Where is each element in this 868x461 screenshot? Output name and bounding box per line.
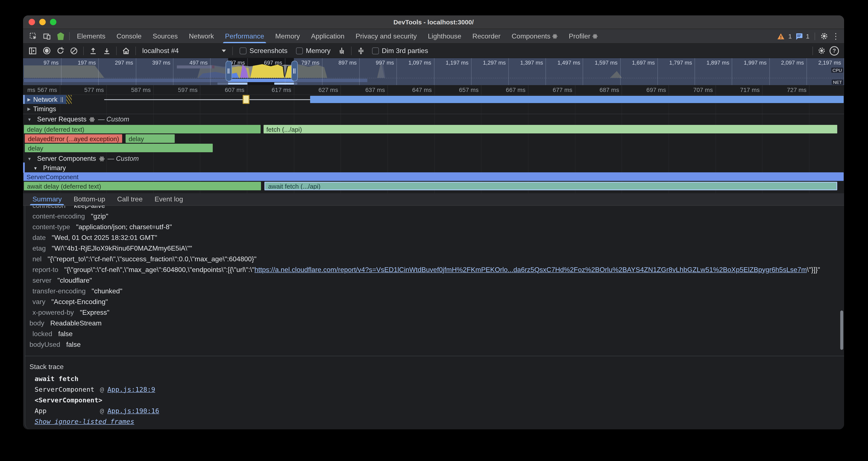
track-resize-grip[interactable] bbox=[60, 97, 63, 102]
home-icon[interactable] bbox=[120, 45, 132, 56]
ruler-tick bbox=[434, 85, 435, 94]
timeline-overview[interactable]: 97 ms197 ms297 ms397 ms497 ms597 ms697 m… bbox=[23, 58, 844, 85]
ruler-label: 727 ms bbox=[787, 86, 806, 93]
header-value: "chunked" bbox=[92, 287, 122, 295]
report-to-url-link[interactable]: https://a.nel.cloudflare.com/report/v4?s… bbox=[255, 266, 807, 273]
details-tab-event-log[interactable]: Event log bbox=[150, 193, 188, 205]
header-value: "application/json; charset=utf-8" bbox=[76, 223, 172, 231]
stack-trace-title: Stack trace bbox=[25, 356, 844, 373]
divider bbox=[232, 47, 233, 55]
overview-gridline bbox=[806, 58, 807, 85]
tab-memory[interactable]: Memory bbox=[270, 29, 306, 43]
collapse-triangle-icon[interactable]: ▼ bbox=[27, 156, 32, 161]
record-button[interactable] bbox=[40, 45, 53, 56]
flame-bar-await-delay-deferred-text[interactable]: await delay (deferred text) bbox=[24, 182, 261, 190]
window-title: DevTools - localhost:3000/ bbox=[394, 19, 474, 26]
settings-gear-icon[interactable] bbox=[820, 32, 828, 40]
details-tab-bottom-up[interactable]: Bottom-up bbox=[68, 193, 111, 205]
flame-bar-delay[interactable]: delay bbox=[126, 134, 175, 143]
tab-application[interactable]: Application bbox=[305, 29, 350, 43]
flame-bar-fetch-api[interactable]: fetch (.../api) bbox=[264, 125, 837, 134]
load-profile-icon[interactable] bbox=[87, 45, 99, 56]
tab-sources[interactable]: Sources bbox=[147, 29, 183, 43]
flame-bar-servercomponent[interactable]: ServerComponent bbox=[24, 172, 844, 181]
expand-triangle-icon[interactable]: ▶ bbox=[27, 107, 31, 111]
warning-count: 1 bbox=[788, 32, 792, 40]
flame-bar-marker[interactable] bbox=[243, 95, 249, 104]
summary-pane-inner: connection"keep-alive"content-encoding"g… bbox=[25, 206, 844, 429]
warning-icon[interactable] bbox=[777, 33, 785, 39]
scrollbar-thumb[interactable] bbox=[840, 311, 843, 350]
ruler-label: 617 ms bbox=[272, 86, 291, 93]
ruler-label: 577 ms bbox=[84, 86, 104, 93]
server-requests-track-header[interactable]: ▼ Server Requests — Custom bbox=[23, 115, 129, 124]
help-icon[interactable]: ? bbox=[828, 45, 841, 56]
memory-checkbox[interactable]: Memory bbox=[292, 47, 335, 55]
tab-elements[interactable]: Elements bbox=[71, 29, 111, 43]
collapse-triangle-icon[interactable]: ▼ bbox=[27, 117, 32, 122]
tab-profiler[interactable]: Profiler bbox=[563, 29, 603, 43]
overview-time-label: 897 ms bbox=[339, 59, 357, 66]
overview-time-label: 1,297 ms bbox=[483, 59, 506, 66]
react-atom-icon bbox=[99, 156, 105, 162]
expand-triangle-icon[interactable]: ▶ bbox=[27, 97, 31, 102]
flame-bar-netreq[interactable] bbox=[310, 96, 844, 103]
zoom-window-button[interactable] bbox=[50, 19, 56, 25]
toggle-sidebar-icon[interactable] bbox=[27, 45, 39, 56]
stack-source-link[interactable]: App.js:128:9 bbox=[107, 385, 155, 393]
target-selector-dropdown[interactable]: localhost #4 bbox=[139, 47, 229, 55]
tab-console[interactable]: Console bbox=[111, 29, 147, 43]
tab-lighthouse[interactable]: Lighthouse bbox=[422, 29, 467, 43]
flame-bar-await-fetch-api[interactable]: await fetch (.../api) bbox=[264, 182, 837, 190]
header-row-date: date"Wed, 01 Oct 2025 18:32:01 GMT" bbox=[25, 232, 844, 243]
tab-performance[interactable]: Performance bbox=[220, 29, 270, 43]
net-lane-label: NET bbox=[832, 80, 843, 85]
timings-track-row[interactable]: ▶ Timings bbox=[23, 104, 844, 113]
garbage-collect-brush-icon[interactable] bbox=[335, 45, 348, 56]
tab-privacy-and-security[interactable]: Privacy and security bbox=[350, 29, 422, 43]
divider bbox=[815, 32, 815, 40]
collapse-flame-icon[interactable] bbox=[354, 45, 367, 56]
dim-3rd-parties-label: Dim 3rd parties bbox=[382, 47, 428, 55]
extension-gem-icon[interactable] bbox=[54, 29, 67, 43]
chevron-down-icon bbox=[222, 49, 226, 52]
stack-source-link[interactable]: App.js:190:16 bbox=[107, 407, 159, 414]
divider bbox=[116, 47, 117, 55]
tab-components[interactable]: Components bbox=[506, 29, 563, 43]
message-bubble-icon[interactable] bbox=[795, 33, 802, 39]
inspect-element-icon[interactable] bbox=[27, 29, 40, 43]
stack-function-name: ServerComponent bbox=[35, 385, 100, 393]
record-reload-button[interactable] bbox=[54, 45, 67, 56]
network-track-label[interactable]: ▶ Network bbox=[23, 95, 66, 104]
screenshots-checkbox[interactable]: Screenshots bbox=[236, 47, 291, 55]
server-components-track-header[interactable]: ▼ Server Components — Custom bbox=[23, 154, 139, 163]
selection-handle-left[interactable] bbox=[225, 61, 232, 81]
overview-gridline bbox=[210, 58, 211, 85]
close-window-button[interactable] bbox=[29, 19, 35, 25]
header-value: "W/\"4b1-RjEJloX9kRinu6F0MAZMmy6E5iA\"" bbox=[52, 244, 192, 252]
collapse-triangle-icon[interactable]: ▼ bbox=[33, 166, 38, 170]
selection-handle-right[interactable] bbox=[291, 61, 298, 81]
stack-at-symbol: @ bbox=[100, 407, 104, 414]
ruler-tick bbox=[575, 85, 576, 94]
header-row-report-to: report-to"{\"group\":\"cf-nel\",\"max_ag… bbox=[25, 264, 844, 275]
dim-3rd-parties-checkbox[interactable]: Dim 3rd parties bbox=[368, 47, 432, 55]
flame-bar-delay-deferred-text[interactable]: delay (deferred text) bbox=[24, 125, 260, 134]
device-toolbar-icon[interactable] bbox=[40, 29, 54, 43]
react-atom-icon bbox=[90, 117, 95, 122]
flamechart-tracks[interactable]: ▶ Network ▶ Timings ▼ Server Requests — … bbox=[23, 95, 844, 193]
screen: DevTools - localhost:3000/ ElementsConso… bbox=[0, 0, 868, 461]
clear-button[interactable] bbox=[67, 45, 80, 56]
minimize-window-button[interactable] bbox=[39, 19, 46, 25]
show-ignore-listed-frames-link[interactable]: Show ignore-listed frames bbox=[35, 416, 844, 427]
save-profile-icon[interactable] bbox=[100, 45, 113, 56]
tab-network[interactable]: Network bbox=[183, 29, 219, 43]
details-tab-call-tree[interactable]: Call tree bbox=[112, 193, 148, 205]
primary-group-header[interactable]: ▼ Primary bbox=[23, 163, 66, 173]
kebab-menu-icon[interactable]: ⋮ bbox=[832, 32, 840, 40]
tab-recorder[interactable]: Recorder bbox=[467, 29, 506, 43]
flame-bar-delay[interactable]: delay bbox=[25, 144, 213, 152]
panel-settings-gear-icon[interactable] bbox=[815, 45, 828, 56]
details-tab-summary[interactable]: Summary bbox=[27, 193, 67, 205]
flame-bar-delayederror-ayed-exception[interactable]: delayedError (...ayed exception) bbox=[25, 134, 122, 143]
